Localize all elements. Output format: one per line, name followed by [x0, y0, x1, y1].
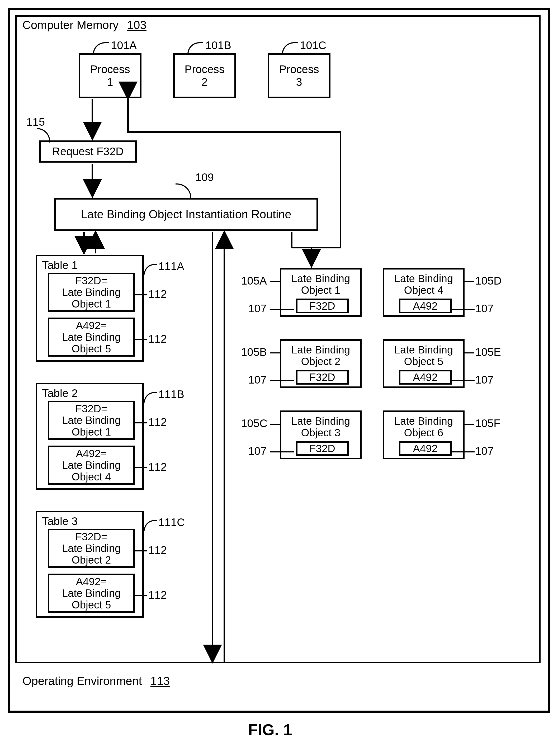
lead-107c — [270, 451, 294, 452]
env-title-text: Operating Environment — [22, 675, 142, 687]
page: Computer Memory 103 Process 1 101A Proce… — [8, 8, 550, 748]
table-2-entry-2-text: A492= Late Binding Object 4 — [49, 448, 133, 482]
lbo-5-code: A492 — [399, 370, 452, 385]
lbo-2-coderef: 107 — [248, 374, 267, 386]
process-1-ref: 101A — [111, 39, 137, 52]
lbo-5-title: Late Binding Object 5 — [384, 344, 463, 367]
process-2-label: Process 2 — [184, 63, 225, 89]
memory-ref: 103 — [127, 19, 147, 31]
lead-105b — [270, 352, 280, 353]
table-3-entry-2: A492= Late Binding Object 5 — [48, 574, 135, 613]
lead-112-1b — [134, 339, 147, 340]
table-3-title: Table 3 — [42, 515, 78, 528]
lbo-6-title: Late Binding Object 6 — [384, 415, 463, 438]
lbo-3-title: Late Binding Object 3 — [281, 415, 360, 438]
lbo-6-coderef: 107 — [475, 445, 493, 457]
table-2-e2-ref: 112 — [148, 461, 167, 473]
lbo-6-code: A492 — [399, 441, 452, 456]
lbo-5-coderef: 107 — [475, 374, 493, 386]
lead-112-1a — [134, 294, 147, 295]
table-3-entry-1-text: F32D= Late Binding Object 2 — [49, 531, 133, 566]
table-2-entry-2: A492= Late Binding Object 4 — [48, 446, 135, 485]
table-2-title: Table 2 — [42, 387, 78, 400]
memory-title-text: Computer Memory — [22, 19, 119, 31]
lbo-2-code: F32D — [296, 370, 349, 385]
lbo-2-ref: 105B — [241, 346, 267, 358]
table-1-ref: 111A — [158, 260, 184, 273]
lbo-1-title: Late Binding Object 1 — [281, 273, 360, 296]
process-1-label: Process 1 — [90, 63, 130, 89]
lead-105e — [464, 352, 474, 353]
table-3-ref: 111C — [158, 516, 185, 529]
env-ref: 113 — [150, 675, 170, 687]
process-3-ref: 101C — [300, 39, 326, 52]
lbo-5-ref: 105E — [475, 346, 501, 358]
table-2-entry-1-text: F32D= Late Binding Object 1 — [49, 403, 133, 438]
lead-107e — [451, 380, 475, 381]
lbo-1-ref: 105A — [241, 275, 267, 287]
request-ref: 115 — [26, 116, 45, 128]
table-3-e1-ref: 112 — [148, 544, 167, 556]
lead-112-3b — [134, 595, 147, 596]
lead-107f — [451, 451, 475, 452]
process-3-label: Process 3 — [279, 63, 319, 89]
lead-107d — [451, 309, 475, 310]
routine-box: Late Binding Object Instantiation Routin… — [54, 198, 318, 231]
table-3-e2-ref: 112 — [148, 589, 167, 601]
lead-112-2a — [134, 422, 147, 423]
table-1-entry-1: F32D= Late Binding Object 1 — [48, 273, 135, 312]
process-2-ref: 101B — [205, 39, 231, 52]
lbo-4-coderef: 107 — [475, 302, 493, 315]
lbo-4-code: A492 — [399, 299, 452, 313]
lbo-4-ref: 105D — [475, 275, 502, 287]
lead-112-2b — [134, 467, 147, 468]
lbo-1-code: F32D — [296, 299, 349, 313]
lead-105d — [464, 281, 474, 282]
request-label: Request F32D — [52, 145, 124, 158]
lead-105f — [464, 424, 474, 425]
lead-105a — [270, 281, 280, 282]
lead-112-3a — [134, 550, 147, 551]
routine-ref: 109 — [195, 171, 214, 184]
table-1-e2-ref: 112 — [148, 333, 167, 345]
lbo-6-ref: 105F — [475, 417, 501, 430]
process-1: Process 1 — [79, 53, 142, 98]
table-1-entry-1-text: F32D= Late Binding Object 1 — [49, 275, 133, 310]
table-3-entry-1: F32D= Late Binding Object 2 — [48, 529, 135, 568]
process-2: Process 2 — [173, 53, 236, 98]
lbo-1-coderef: 107 — [248, 302, 267, 315]
lbo-2-title: Late Binding Object 2 — [281, 344, 360, 367]
lbo-3-coderef: 107 — [248, 445, 267, 457]
lead-107b — [270, 380, 294, 381]
table-3-entry-2-text: A492= Late Binding Object 5 — [49, 576, 133, 610]
lbo-3-code: F32D — [296, 441, 349, 456]
routine-label: Late Binding Object Instantiation Routin… — [81, 208, 291, 221]
lbo-4-title: Late Binding Object 4 — [384, 273, 463, 296]
env-title: Operating Environment 113 — [22, 675, 170, 688]
memory-title: Computer Memory 103 — [22, 19, 147, 32]
table-2: Table 2 F32D= Late Binding Object 1 A492… — [35, 383, 144, 490]
table-2-e1-ref: 112 — [148, 416, 167, 428]
table-1-e1-ref: 112 — [148, 288, 167, 300]
request-box: Request F32D — [39, 141, 137, 162]
table-1-title: Table 1 — [42, 259, 78, 272]
table-1: Table 1 F32D= Late Binding Object 1 A492… — [35, 255, 144, 362]
table-3: Table 3 F32D= Late Binding Object 2 A492… — [35, 511, 144, 618]
process-3: Process 3 — [268, 53, 330, 98]
lead-107a — [270, 309, 294, 310]
table-2-ref: 111B — [158, 388, 184, 401]
table-1-entry-2: A492= Late Binding Object 5 — [48, 318, 135, 357]
lbo-3-ref: 105C — [241, 417, 268, 430]
table-2-entry-1: F32D= Late Binding Object 1 — [48, 401, 135, 440]
figure-caption: FIG. 1 — [248, 721, 292, 739]
lead-105c — [270, 424, 280, 425]
table-1-entry-2-text: A492= Late Binding Object 5 — [49, 320, 133, 354]
